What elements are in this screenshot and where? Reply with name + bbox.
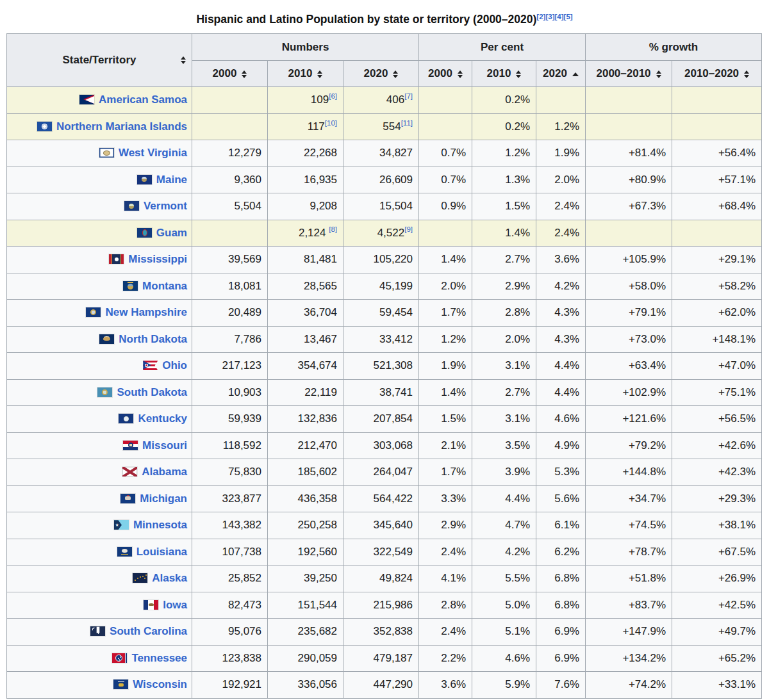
- header-label: 2010: [487, 67, 511, 79]
- state-link[interactable]: Montana: [142, 280, 187, 292]
- cell-numbers-2000: 217,123: [192, 353, 268, 380]
- cell-growth-2010-2020: +42.6%: [672, 432, 762, 459]
- state-link[interactable]: Wisconsin: [133, 678, 187, 690]
- cell-numbers-2020: 105,220: [343, 247, 419, 273]
- vermont-flag-icon: [124, 201, 139, 211]
- cell-numbers-2000: 18,081: [192, 273, 268, 300]
- cell-numbers-2020: 4,522[9]: [343, 220, 419, 247]
- cell-numbers-2010: 212,470: [268, 432, 343, 459]
- cell-percent-2000: 1.2%: [419, 326, 472, 353]
- cell-percent-2010: 4.6%: [472, 645, 536, 672]
- cell-state: Alaska: [7, 566, 192, 592]
- state-link[interactable]: Alaska: [152, 572, 187, 584]
- state-link[interactable]: Iowa: [163, 599, 187, 611]
- cell-percent-2020: 1.9%: [536, 140, 586, 167]
- header-percent-2020[interactable]: 2020: [536, 61, 586, 87]
- header-numbers-2010[interactable]: 2010: [268, 61, 343, 87]
- citation-link[interactable]: [11]: [401, 119, 413, 127]
- cell-growth-2000-2010: +147.9%: [586, 619, 672, 646]
- cell-percent-2010: 2.0%: [472, 326, 536, 353]
- state-link[interactable]: Minnesota: [133, 519, 187, 531]
- cell-growth-2000-2010: +78.7%: [586, 539, 672, 566]
- sort-icon: [393, 70, 398, 78]
- table-row: Northern Mariana Islands117[10]554[11]0.…: [7, 113, 762, 140]
- state-link[interactable]: Guam: [156, 227, 187, 239]
- citation-link[interactable]: [3]: [545, 13, 554, 20]
- cell-percent-2020: 5.3%: [536, 459, 586, 486]
- cell-state: Mississippi: [7, 247, 192, 273]
- state-link[interactable]: Alabama: [142, 466, 187, 478]
- header-growth-2000-2010[interactable]: 2000–2010: [586, 61, 672, 87]
- table-row: Kentucky59,939132,836207,8541.5%3.1%4.6%…: [7, 406, 762, 433]
- header-growth-2010-2020[interactable]: 2010–2020: [672, 61, 762, 87]
- citation: [3]: [545, 13, 554, 20]
- state-link[interactable]: North Dakota: [119, 333, 187, 345]
- citation-link[interactable]: [8]: [329, 225, 337, 233]
- cell-numbers-2020: 322,549: [343, 539, 419, 566]
- state-link[interactable]: New Hampshire: [105, 306, 187, 318]
- state-link[interactable]: Kentucky: [138, 412, 187, 425]
- citation-link[interactable]: [2]: [536, 13, 545, 20]
- state-link[interactable]: Tennessee: [131, 652, 187, 664]
- header-label: 2020: [543, 67, 567, 79]
- cell-percent-2000: 0.9%: [419, 193, 472, 220]
- cell-numbers-2000: 5,504: [192, 193, 268, 220]
- header-numbers-2020[interactable]: 2020: [343, 61, 419, 87]
- cell-state: South Dakota: [7, 379, 192, 406]
- title-citations: [2][3][4][5]: [536, 14, 572, 25]
- cell-percent-2000: 3.6%: [419, 672, 472, 699]
- cell-numbers-2000: 107,738: [192, 539, 268, 566]
- header-state-territory[interactable]: State/Territory: [7, 34, 192, 87]
- cell-numbers-2010: 39,250: [268, 566, 343, 592]
- cell-state: American Samoa: [7, 87, 192, 114]
- cell-state: Guam: [7, 220, 192, 247]
- state-link[interactable]: Ohio: [162, 359, 187, 371]
- state-link[interactable]: Mississippi: [128, 253, 187, 265]
- mississippi-flag-icon: [109, 254, 124, 264]
- cell-percent-2020: 6.8%: [536, 592, 586, 619]
- state-link[interactable]: Louisiana: [136, 546, 187, 558]
- cell-percent-2020: 4.4%: [536, 379, 586, 406]
- cell-growth-2000-2010: +58.0%: [586, 273, 672, 300]
- citation-link[interactable]: [10]: [325, 119, 337, 127]
- cell-percent-2020: 4.4%: [536, 353, 586, 380]
- cell-state: Tennessee: [7, 645, 192, 672]
- sort-icon: [242, 70, 247, 78]
- state-link[interactable]: Missouri: [142, 439, 187, 452]
- north-dakota-flag-icon: [99, 334, 114, 344]
- cell-percent-2020: 5.6%: [536, 485, 586, 512]
- cell-state: Minnesota: [7, 512, 192, 539]
- state-link[interactable]: West Virginia: [119, 147, 187, 159]
- state-link[interactable]: South Carolina: [110, 625, 187, 637]
- citation-link[interactable]: [7]: [404, 93, 413, 101]
- header-group-numbers: Numbers: [192, 34, 419, 61]
- cell-percent-2020: 7.6%: [536, 672, 586, 699]
- state-link[interactable]: South Dakota: [117, 386, 187, 398]
- citation: [6]: [329, 93, 337, 101]
- citation: [11]: [401, 119, 413, 127]
- citation-link[interactable]: [5]: [564, 13, 573, 20]
- new-hampshire-flag-icon: [86, 307, 101, 317]
- cell-growth-2000-2010: +102.9%: [586, 379, 672, 406]
- state-link[interactable]: American Samoa: [99, 94, 187, 106]
- cell-percent-2010: 5.1%: [472, 619, 536, 646]
- state-link[interactable]: Maine: [156, 174, 187, 186]
- cell-growth-2010-2020: +42.5%: [672, 592, 762, 619]
- cell-percent-2000: 2.9%: [419, 512, 472, 539]
- cell-numbers-2010: 235,682: [268, 619, 343, 646]
- state-link[interactable]: Vermont: [144, 200, 187, 212]
- header-percent-2010[interactable]: 2010: [472, 61, 536, 87]
- header-numbers-2000[interactable]: 2000: [192, 61, 268, 87]
- citation-link[interactable]: [4]: [554, 13, 563, 20]
- cell-numbers-2000: 20,489: [192, 300, 268, 327]
- header-label: State/Territory: [63, 54, 136, 66]
- citation-link[interactable]: [6]: [329, 93, 337, 101]
- cell-numbers-2020: 554[11]: [343, 113, 419, 140]
- header-percent-2000[interactable]: 2000: [419, 61, 472, 87]
- cell-state: West Virginia: [7, 140, 192, 167]
- cell-numbers-2020: 38,741: [343, 379, 419, 406]
- state-link[interactable]: Northern Mariana Islands: [56, 120, 187, 133]
- citation-link[interactable]: [9]: [404, 225, 413, 233]
- state-link[interactable]: Michigan: [140, 492, 187, 505]
- cell-numbers-2000: 95,076: [192, 619, 268, 646]
